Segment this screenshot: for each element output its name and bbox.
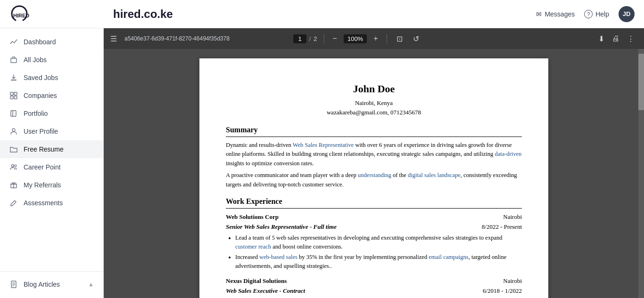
svg-point-8 bbox=[12, 165, 14, 167]
resume-contact: wazakareba@gmail.com, 0712345678 bbox=[226, 108, 522, 117]
messages-label: Messages bbox=[545, 10, 575, 18]
zoom-level[interactable]: 100% bbox=[344, 34, 367, 43]
sidebar-label-assessments: Assessments bbox=[24, 199, 63, 207]
sidebar-item-my-referrals[interactable]: My Referrals bbox=[0, 176, 103, 194]
svg-rect-2 bbox=[11, 80, 17, 81]
sidebar-label-companies: Companies bbox=[24, 92, 57, 99]
user-avatar[interactable]: JD bbox=[619, 6, 635, 22]
resume-location: Nairobi, Kenya bbox=[226, 98, 522, 108]
edit-icon bbox=[9, 199, 18, 207]
sidebar-item-all-jobs[interactable]: All Jobs bbox=[0, 51, 103, 69]
content-area: ☰ a5406e37-6d39-471f-8270-46494f35d378 1… bbox=[104, 28, 644, 298]
site-title: hired.co.ke bbox=[113, 8, 536, 21]
job-entry-2: Nexus Digital Solutions Nairobi Web Sale… bbox=[226, 276, 522, 298]
svg-text:HIRED: HIRED bbox=[13, 13, 29, 18]
zoom-out-button[interactable]: − bbox=[331, 33, 339, 44]
svg-point-7 bbox=[12, 129, 15, 131]
pdf-viewer[interactable]: John Doe Nairobi, Kenya wazakareba@gmail… bbox=[104, 49, 644, 298]
logo-area: HIRED bbox=[9, 4, 113, 24]
download-button[interactable]: ⬇ bbox=[595, 33, 607, 44]
help-button[interactable]: ? Help bbox=[584, 10, 609, 18]
sidebar-label-blog-articles: Blog Articles bbox=[24, 281, 60, 288]
work-exp-title: Work Experience bbox=[226, 196, 522, 209]
company-1: Web Solutions Corp bbox=[226, 212, 279, 222]
main-layout: Dashboard All Jobs Saved Jobs Companies … bbox=[0, 28, 644, 298]
book-icon bbox=[9, 109, 18, 118]
pdf-scrollbar[interactable] bbox=[638, 49, 644, 298]
summary-p2: A proactive communicator and team player… bbox=[226, 171, 522, 189]
pdf-scrollbar-thumb[interactable] bbox=[638, 54, 644, 110]
work-experience-section: Work Experience Web Solutions Corp Nairo… bbox=[226, 196, 522, 298]
svg-rect-1 bbox=[11, 58, 17, 63]
chart-icon bbox=[9, 38, 18, 46]
svg-point-9 bbox=[15, 165, 17, 167]
messages-icon: ✉ bbox=[536, 10, 542, 18]
hamburger-icon[interactable]: ☰ bbox=[110, 34, 117, 43]
bullet-1-1: Lead a team of 5 web sales representativ… bbox=[235, 234, 522, 251]
print-button[interactable]: 🖨 bbox=[609, 33, 622, 44]
sidebar-item-companies[interactable]: Companies bbox=[0, 87, 103, 105]
total-pages: 2 bbox=[314, 35, 317, 42]
gift-icon bbox=[9, 181, 18, 189]
bullet-1-2: Increased web-based sales by 35% in the … bbox=[235, 253, 522, 271]
sidebar: Dashboard All Jobs Saved Jobs Companies … bbox=[0, 28, 104, 298]
sidebar-label-portfolio: Portfolio bbox=[24, 110, 48, 117]
grid-icon bbox=[9, 91, 18, 100]
rotate-button[interactable]: ↺ bbox=[410, 33, 422, 44]
company-2: Nexus Digital Solutions bbox=[226, 276, 287, 286]
file-icon bbox=[9, 280, 18, 289]
more-options-button[interactable]: ⋮ bbox=[624, 33, 637, 44]
sidebar-label-career-point: Career Point bbox=[24, 163, 61, 171]
summary-p1: Dynamic and results-driven Web Sales Rep… bbox=[226, 141, 522, 168]
dates-2: 6/2018 - 1/2022 bbox=[483, 286, 522, 296]
dates-1: 8/2022 - Present bbox=[482, 222, 522, 232]
sidebar-label-my-referrals: My Referrals bbox=[24, 181, 61, 189]
zoom-in-button[interactable]: + bbox=[372, 33, 380, 44]
page-separator: / bbox=[309, 35, 311, 42]
sidebar-item-career-point[interactable]: Career Point bbox=[0, 158, 103, 176]
svg-rect-3 bbox=[10, 92, 13, 95]
sidebar-label-free-resume: Free Resume bbox=[24, 145, 64, 153]
help-label: Help bbox=[595, 10, 609, 18]
title-1: Senior Web Sales Representative - Full t… bbox=[226, 222, 337, 232]
divider-1 bbox=[324, 34, 324, 43]
sidebar-label-all-jobs: All Jobs bbox=[24, 56, 47, 64]
users-icon bbox=[9, 163, 18, 171]
sidebar-label-saved-jobs: Saved Jobs bbox=[24, 74, 58, 81]
resume-summary-section: Summary Dynamic and results-driven Web S… bbox=[226, 124, 522, 189]
current-page[interactable]: 1 bbox=[293, 34, 306, 43]
divider-2 bbox=[387, 34, 387, 43]
sidebar-label-dashboard: Dashboard bbox=[24, 38, 56, 46]
resume-page: John Doe Nairobi, Kenya wazakareba@gmail… bbox=[199, 58, 548, 298]
sidebar-item-dashboard[interactable]: Dashboard bbox=[0, 33, 103, 51]
pdf-filename: a5406e37-6d39-471f-8270-46494f35d378 bbox=[124, 35, 289, 42]
summary-title: Summary bbox=[226, 124, 522, 137]
pdf-toolbar-right: ⬇ 🖨 ⋮ bbox=[595, 33, 637, 44]
sidebar-item-user-profile[interactable]: User Profile bbox=[0, 122, 103, 140]
help-icon: ? bbox=[584, 10, 593, 18]
folder-icon bbox=[9, 145, 18, 153]
fit-page-button[interactable]: ⊡ bbox=[394, 33, 405, 44]
bullets-1: Lead a team of 5 web sales representativ… bbox=[235, 234, 522, 271]
sidebar-item-saved-jobs[interactable]: Saved Jobs bbox=[0, 69, 103, 87]
user-icon bbox=[9, 127, 18, 136]
job-entry-1: Web Solutions Corp Nairobi Senior Web Sa… bbox=[226, 212, 522, 271]
svg-rect-4 bbox=[14, 92, 17, 95]
pdf-page-controls: 1 / 2 bbox=[293, 34, 317, 43]
resume-name: John Doe bbox=[226, 81, 522, 97]
hired-logo-icon: HIRED bbox=[9, 4, 29, 24]
sidebar-item-free-resume[interactable]: Free Resume bbox=[0, 140, 103, 158]
title-2: Web Sales Executive - Contract bbox=[226, 286, 305, 296]
header-actions: ✉ Messages ? Help JD bbox=[536, 6, 635, 22]
messages-button[interactable]: ✉ Messages bbox=[536, 10, 575, 18]
location-1: Nairobi bbox=[503, 212, 522, 222]
header: HIRED hired.co.ke ✉ Messages ? Help JD bbox=[0, 0, 644, 28]
sidebar-item-portfolio[interactable]: Portfolio bbox=[0, 105, 103, 122]
location-2: Nairobi bbox=[503, 276, 522, 286]
download-icon bbox=[9, 73, 18, 82]
sidebar-label-user-profile: User Profile bbox=[24, 128, 58, 135]
sidebar-item-assessments[interactable]: Assessments bbox=[0, 194, 103, 212]
pdf-toolbar: ☰ a5406e37-6d39-471f-8270-46494f35d378 1… bbox=[104, 28, 644, 49]
sidebar-item-blog-articles[interactable]: Blog Articles ▲ bbox=[0, 275, 103, 293]
svg-rect-5 bbox=[10, 96, 13, 99]
